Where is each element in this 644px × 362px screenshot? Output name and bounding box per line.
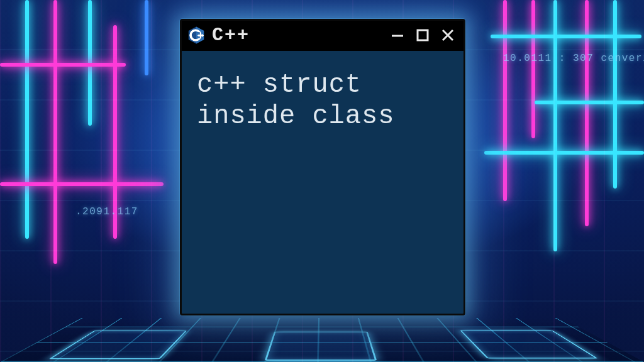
app-window: C++ c++ struct inside class — [180, 19, 465, 315]
svg-rect-8 — [201, 35, 204, 36]
minimize-button[interactable] — [388, 26, 407, 45]
close-button[interactable] — [438, 26, 457, 45]
maximize-button[interactable] — [413, 26, 432, 45]
bg-decor-text-left: .2091.117 — [75, 206, 138, 217]
svg-rect-6 — [197, 35, 201, 36]
window-title: C++ — [212, 25, 250, 46]
svg-rect-10 — [418, 30, 428, 40]
window-body: c++ struct inside class — [182, 51, 464, 145]
body-text: c++ struct inside class — [197, 70, 448, 132]
floor-grid — [0, 318, 644, 362]
titlebar[interactable]: C++ — [182, 21, 464, 51]
bg-decor-text-right: 10.0111 : 307 cenveri — [503, 53, 644, 64]
window-controls — [388, 26, 457, 45]
cpp-logo-icon — [187, 26, 206, 45]
